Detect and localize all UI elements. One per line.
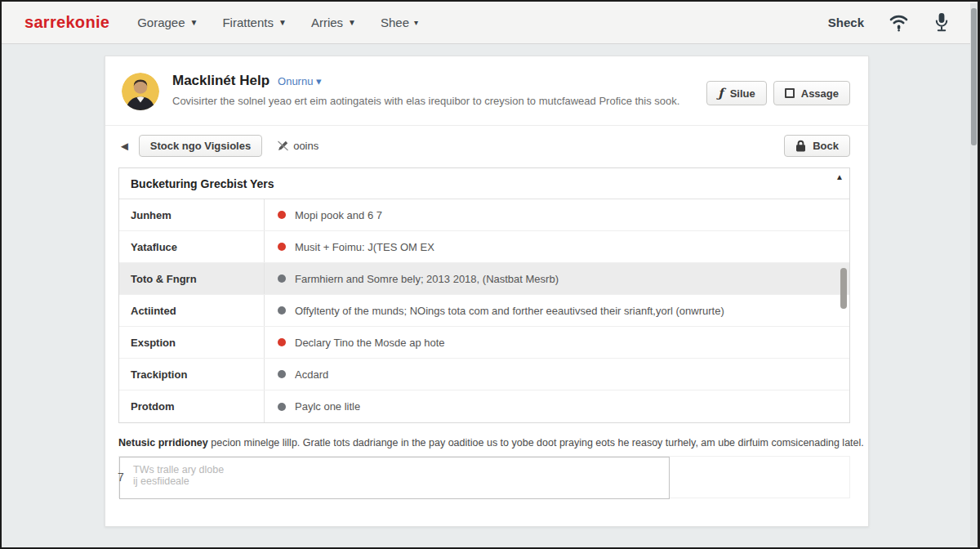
table-row[interactable]: Protdom Paylc one litle: [119, 391, 849, 422]
chevron-down-icon: ▼: [190, 18, 198, 27]
table-row[interactable]: Exsption Declary Tino the Mosde ap hote: [119, 327, 849, 359]
row-value: Offyltenty of the munds; NOings tota com…: [265, 295, 849, 326]
row-value: Farmhiern and Somre bely; 2013 2018, (Na…: [265, 263, 849, 294]
chevron-down-icon: ▼: [278, 18, 287, 27]
row-value: Paylc one litle: [265, 391, 849, 422]
brand-logo[interactable]: sarrekonie: [24, 13, 109, 32]
lock-button-label: Bock: [813, 140, 839, 152]
row-label: Trackiption: [119, 359, 265, 390]
details-table: Bucketuring Grecbist Yers ▲ Junhem Mopi …: [118, 167, 850, 423]
status-dot-icon: [278, 306, 286, 315]
nav-right-label[interactable]: Sheck: [828, 16, 864, 29]
row-label: Yatafluce: [119, 231, 265, 262]
footer-note-text: pecion minelge lillp. Gratle tots dadria…: [208, 437, 864, 449]
comment-composer: 7: [118, 456, 850, 498]
table-row[interactable]: Trackiption Acdard: [119, 359, 849, 391]
stock-visibles-button[interactable]: Stock ngo Vigsioles: [139, 135, 262, 157]
composer-marker: 7: [118, 471, 124, 484]
screen-edge: [0, 0, 980, 2]
status-dot-icon: [278, 274, 286, 283]
navbar-right: Sheck: [828, 12, 950, 33]
table-title-text: Bucketuring Grecbist Yers: [131, 177, 274, 190]
row-value-text: Mopi pook and 6 7: [295, 209, 382, 221]
table-body: Junhem Mopi pook and 6 7 Yatafluce Musit…: [119, 199, 849, 422]
stock-visibles-label: Stock ngo Vigsioles: [150, 140, 251, 152]
table-title: Bucketuring Grecbist Yers ▲: [119, 168, 849, 199]
row-label: Actiinted: [119, 295, 265, 326]
footer-note-bold: Netusic prridioney: [118, 437, 208, 449]
table-row[interactable]: Actiinted Offyltenty of the munds; NOing…: [119, 295, 849, 327]
row-label: Protdom: [119, 391, 265, 422]
nav-item-goragee[interactable]: Goragee ▼: [137, 16, 198, 29]
message-button[interactable]: Assage: [773, 81, 850, 105]
nav-item-label: Shee: [381, 16, 409, 29]
square-icon: [785, 88, 795, 98]
status-dot-icon: [278, 403, 286, 411]
edit-link[interactable]: ooins: [277, 140, 318, 152]
page-title: Macklinét Help: [172, 73, 270, 89]
row-value-text: Declary Tino the Mosde ap hote: [295, 337, 445, 349]
share-button-label: Silue: [730, 87, 755, 100]
row-value: Acdard: [265, 359, 849, 390]
status-dropdown-link[interactable]: Onurnu ▾: [278, 75, 322, 87]
microphone-icon[interactable]: [933, 12, 950, 33]
page-scrollbar-thumb[interactable]: [971, 8, 977, 145]
status-dot-icon: [278, 338, 286, 346]
row-value-text: Offyltenty of the munds; NOings tota com…: [295, 305, 724, 317]
sort-up-icon[interactable]: ▲: [835, 172, 844, 181]
status-dot-icon: [278, 370, 286, 378]
edit-link-label: ooins: [293, 140, 318, 152]
nav-item-arries[interactable]: Arries ▼: [311, 16, 356, 29]
share-button[interactable]: ƒ Silue: [706, 81, 767, 105]
status-dot-icon: [278, 243, 286, 251]
row-value-text: Acdard: [295, 368, 328, 381]
row-value-text: Musit + Foimu: J(TES OM EX: [295, 241, 434, 253]
toolbar: ◄ Stock ngo Vigsioles ooins Bock: [105, 125, 868, 164]
profile-header: Macklinét Help Onurnu ▾ Covisirter the s…: [105, 56, 868, 110]
avatar[interactable]: [122, 73, 159, 110]
status-dot-icon: [278, 211, 286, 219]
table-row[interactable]: Junhem Mopi pook and 6 7: [119, 199, 849, 231]
row-label: Exsption: [119, 327, 265, 358]
chevron-down-icon: ▾: [414, 18, 418, 27]
top-navbar: sarrekonie Goragee ▼ Firattents ▼ Arries…: [2, 2, 978, 44]
screen-edge: [0, 0, 2, 549]
chevron-down-icon: ▼: [348, 18, 356, 27]
nav-item-firattents[interactable]: Firattents ▼: [222, 16, 286, 29]
row-value-text: Farmhiern and Somre bely; 2013 2018, (Na…: [295, 273, 559, 285]
nav-menu: Goragee ▼ Firattents ▼ Arries ▼ Shee ▾: [137, 16, 418, 29]
profile-action-buttons: ƒ Silue Assage: [706, 81, 850, 105]
row-value: Musit + Foimu: J(TES OM EX: [265, 231, 849, 262]
row-value: Declary Tino the Mosde ap hote: [265, 327, 849, 358]
row-value-text: Paylc one litle: [295, 400, 360, 413]
facebook-f-icon: ƒ: [718, 86, 723, 100]
nav-item-label: Goragee: [137, 16, 185, 29]
nav-item-label: Arries: [311, 16, 343, 29]
profile-subtitle: Covisirter the solnel yeao ert eim aotin…: [172, 95, 690, 107]
back-arrow-icon[interactable]: ◄: [118, 140, 131, 152]
comment-input[interactable]: [119, 457, 670, 499]
row-label: Junhem: [119, 199, 265, 230]
wifi-icon[interactable]: [889, 13, 909, 32]
table-row[interactable]: Yatafluce Musit + Foimu: J(TES OM EX: [119, 231, 849, 263]
message-button-label: Assage: [801, 87, 839, 100]
lock-button[interactable]: Bock: [784, 135, 850, 157]
lock-icon: [795, 140, 806, 152]
profile-card: Macklinét Help Onurnu ▾ Covisirter the s…: [105, 56, 869, 527]
footer-note: Netusic prridioney pecion minelge lillp.…: [118, 437, 850, 449]
row-label: Toto & Fngrn: [119, 263, 265, 294]
table-row[interactable]: Toto & Fngrn Farmhiern and Somre bely; 2…: [119, 263, 849, 295]
nav-item-label: Firattents: [222, 16, 274, 29]
nav-item-shee[interactable]: Shee ▾: [381, 16, 418, 29]
table-scrollbar-thumb[interactable]: [840, 268, 847, 309]
row-value: Mopi pook and 6 7: [265, 199, 849, 230]
page-scrollbar[interactable]: [970, 3, 978, 546]
profile-header-text: Macklinét Help Onurnu ▾ Covisirter the s…: [172, 73, 690, 107]
pencil-icon: [277, 140, 289, 152]
